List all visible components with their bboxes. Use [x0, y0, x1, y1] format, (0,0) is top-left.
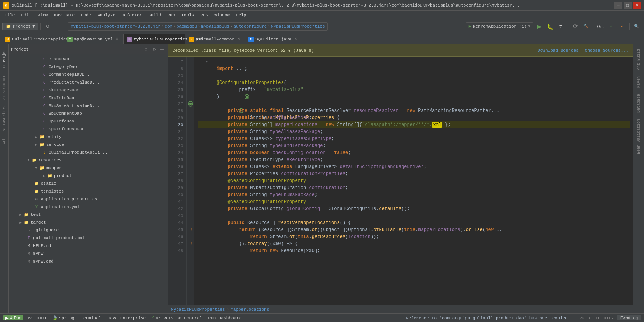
tree-item-sku-images-dao[interactable]: C SkuImagesDao [9, 86, 168, 94]
panel-settings-button[interactable]: ⚙ [150, 46, 158, 53]
spring-status[interactable]: 🍃 Spring [51, 315, 76, 320]
tree-item-category-dao[interactable]: C CategoryDao [9, 63, 168, 71]
debug-button[interactable]: 🐛 [545, 21, 555, 32]
git-check-button[interactable]: ✓ [606, 21, 616, 32]
close-button[interactable]: ✕ [633, 2, 641, 9]
tree-arrow-service[interactable]: ▶ [33, 142, 39, 147]
right-tab-maven[interactable]: Maven [635, 73, 642, 91]
tree-item-spu-info-dao[interactable]: C SpuInfoDao [9, 117, 168, 125]
run-button[interactable]: ▶ [534, 21, 544, 32]
choose-sources-button[interactable]: Choose Sources... [585, 48, 628, 53]
tree-arrow-entity[interactable]: ▶ [33, 134, 39, 140]
side-tab-web[interactable]: Web [0, 135, 9, 147]
build-button[interactable]: 🔨 [581, 21, 591, 32]
tree-arrow-target[interactable]: ▶ [18, 220, 23, 225]
bc-class[interactable]: MybatisPlusProperties [271, 24, 325, 29]
side-tab-project[interactable]: 1: Project [0, 44, 9, 72]
right-tab-database[interactable]: Database [635, 91, 642, 116]
panel-sync-button[interactable]: ⟳ [143, 46, 150, 53]
tree-item-mvnw[interactable]: M mvnw [9, 250, 168, 257]
tab-close-4[interactable]: × [236, 37, 242, 42]
tree-item-spu-info-desc-dao[interactable]: C SpuInfoDescDao [9, 125, 168, 133]
tree-item-mvnw-cmd[interactable]: M mvnw.cmd [9, 257, 168, 265]
tree-item-target[interactable]: ▶ 📁 target [9, 219, 168, 226]
right-tab-ant-build[interactable]: Ant Build [635, 46, 642, 73]
tree-item-gitignore[interactable]: G .gitignore [9, 226, 168, 234]
run-gutter-icon[interactable] [188, 101, 193, 107]
tree-item-service[interactable]: ▶ 📁 service [9, 141, 168, 149]
tree-item-static[interactable]: 📁 static [9, 180, 168, 187]
code-content[interactable]: ▸ import ...; @ConfigurationProperties( … [194, 57, 633, 305]
tree-item-iml[interactable]: I gulimall-product.iml [9, 234, 168, 242]
run-dashboard-status[interactable]: Run Dashboard [207, 316, 243, 320]
menu-tools[interactable]: Tools [178, 12, 197, 18]
tab-gulimall-product-application[interactable]: J GulimallProductApplication.java × [2, 34, 64, 44]
bc-autoconfigure[interactable]: autoconfigure [234, 24, 267, 29]
menu-code[interactable]: Code [78, 12, 94, 18]
download-sources-link[interactable]: Download Sources [537, 48, 579, 53]
menu-vcs[interactable]: VCS [197, 12, 211, 18]
tab-gulimall-common[interactable]: J gulimall-common × [186, 34, 245, 44]
toolbar-collapse[interactable]: — [54, 21, 64, 32]
tree-item-product[interactable]: ▶ 📁 product [9, 172, 168, 180]
bc-baomidou[interactable]: baomidou [177, 24, 197, 29]
tree-item-product-attr-dao[interactable]: C ProductAttrValueD... [9, 79, 168, 86]
tree-item-templates[interactable]: 📁 templates [9, 187, 168, 195]
tree-item-application-properties[interactable]: ⚙ application.properties [9, 195, 168, 203]
bc-class-name[interactable]: MybatisPlusProperties [171, 307, 225, 312]
event-log-button[interactable]: Event Log [617, 315, 641, 320]
tree-item-help-md[interactable]: M HELP.md [9, 242, 168, 250]
toolbar-settings[interactable]: ⚙ [43, 21, 53, 32]
tree-arrow-mapper[interactable]: ▼ [33, 165, 39, 171]
tree-item-sku-sale-attr-dao[interactable]: C SkuSaleAttrValueD... [9, 102, 168, 110]
tree-item-resources[interactable]: ▼ 📁 resources [9, 156, 168, 164]
tab-close-5[interactable]: × [293, 37, 298, 42]
tree-item-brand-dao[interactable]: C BrandDao [9, 55, 168, 63]
menu-file[interactable]: File [2, 12, 18, 18]
git-cross-button[interactable]: ✓ [617, 21, 627, 32]
project-selector[interactable]: 📁 Project ▼ [2, 23, 38, 30]
tree-item-gulimall-app[interactable]: J GulimallProductAppli... [9, 149, 168, 156]
tree-item-spu-comment-dao[interactable]: C SpuCommentDao [9, 110, 168, 117]
coverage-button[interactable]: ☂ [556, 21, 566, 32]
tab-application-yml[interactable]: Y application.yml × [64, 34, 123, 44]
tree-item-entity[interactable]: ▶ 📁 entity [9, 133, 168, 141]
tree-item-mapper[interactable]: ▼ 📁 mapper [9, 164, 168, 172]
tree-item-test[interactable]: ▶ 📁 test [9, 211, 168, 219]
window-controls[interactable]: ─ □ ✕ [614, 2, 641, 9]
tree-arrow-resources[interactable]: ▼ [26, 158, 31, 163]
menu-refactor[interactable]: Refactor [119, 12, 145, 18]
right-tab-bean-validation[interactable]: Bean Validation [635, 116, 642, 157]
menu-build[interactable]: Build [145, 12, 164, 18]
tree-arrow-test[interactable]: ▶ [18, 212, 23, 217]
git-button[interactable]: Git: [595, 21, 606, 32]
run-icon-27[interactable] [205, 94, 249, 107]
bc-mybatisplus[interactable]: mybatisplus [201, 24, 229, 29]
minimize-button[interactable]: ─ [614, 2, 622, 9]
menu-edit[interactable]: Edit [18, 12, 34, 18]
tab-close-2[interactable]: × [114, 37, 120, 42]
bc-com[interactable]: com [164, 24, 172, 29]
side-tab-structure[interactable]: 2: Structure [0, 72, 9, 103]
panel-collapse-button[interactable]: — [158, 46, 165, 53]
menu-view[interactable]: View [35, 12, 51, 18]
search-everywhere-button[interactable]: 🔍 [632, 21, 642, 32]
menu-help[interactable]: Help [233, 12, 249, 18]
version-control-status[interactable]: ⌃ 9: Version Control [150, 315, 203, 320]
menu-analyze[interactable]: Analyze [94, 12, 118, 18]
tab-sql-filter[interactable]: S SQLFilter.java × [245, 34, 302, 44]
side-tab-favorites[interactable]: 3: Favorites [0, 103, 9, 135]
tree-item-sku-info-dao[interactable]: C SkuInfoDao [9, 94, 168, 102]
terminal-status[interactable]: Terminal [79, 316, 103, 320]
bc-jar[interactable]: mybatis-plus-boot-starter-3.2.0.jar [71, 24, 161, 29]
bc-method-name[interactable]: mapperLocations [231, 307, 269, 312]
todo-status[interactable]: 6: TODO [26, 316, 47, 320]
tab-mybatis-plus-properties[interactable]: C MybatisPlusProperties.class × [123, 34, 186, 44]
java-enterprise-status[interactable]: Java Enterprise [106, 316, 147, 320]
run-config-selector[interactable]: ▶ RenrenApplication (1) ▼ [466, 22, 533, 30]
tree-item-comment-replay-dao[interactable]: C CommentReplayD... [9, 71, 168, 79]
update-button[interactable]: ⟳ [570, 21, 580, 32]
tree-item-application-yml[interactable]: Y application.yml [9, 203, 168, 211]
run-status-button[interactable]: ▶ 4: Run [3, 315, 23, 320]
tree-arrow-product[interactable]: ▶ [41, 173, 47, 178]
